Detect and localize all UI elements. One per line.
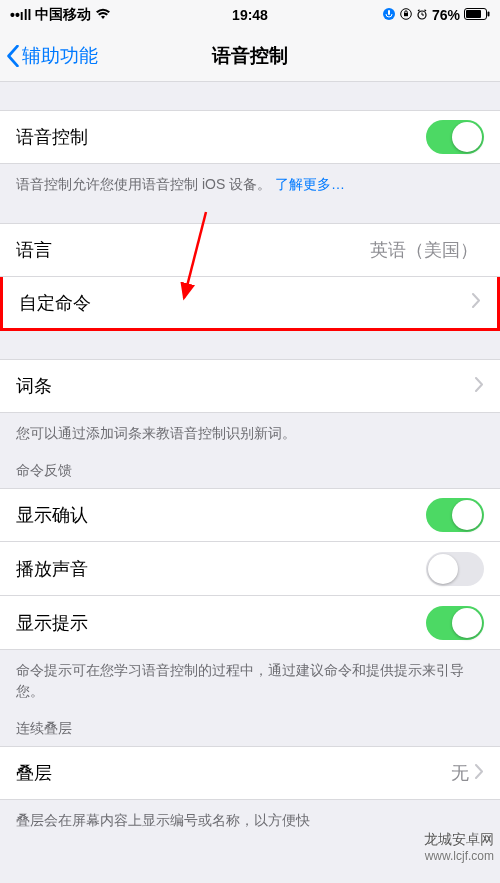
- battery-icon: [464, 7, 490, 23]
- learn-more-link[interactable]: 了解更多…: [275, 176, 345, 192]
- alarm-icon: [416, 7, 428, 23]
- svg-rect-10: [466, 10, 481, 18]
- svg-line-7: [418, 10, 420, 11]
- feedback-header: 命令反馈: [0, 444, 500, 488]
- status-bar: ••ıll 中国移动 19:48 76%: [0, 0, 500, 30]
- svg-line-8: [424, 10, 426, 11]
- wifi-icon: [95, 7, 111, 23]
- svg-rect-1: [388, 10, 390, 15]
- show-hints-label: 显示提示: [16, 611, 88, 635]
- vocabulary-label: 词条: [16, 374, 52, 398]
- clock: 19:48: [232, 7, 268, 23]
- show-confirm-label: 显示确认: [16, 503, 88, 527]
- watermark: 龙城安卓网 www.lcjf.com: [424, 831, 494, 863]
- overlay-header: 连续叠层: [0, 702, 500, 746]
- show-confirm-row: 显示确认: [0, 488, 500, 542]
- show-hints-switch[interactable]: [426, 606, 484, 640]
- watermark-line2: www.lcjf.com: [424, 849, 494, 863]
- mic-icon: [382, 7, 396, 24]
- voice-control-switch[interactable]: [426, 120, 484, 154]
- feedback-footer: 命令提示可在您学习语音控制的过程中，通过建议命令和提供提示来引导您。: [0, 650, 500, 702]
- show-confirm-switch[interactable]: [426, 498, 484, 532]
- svg-rect-3: [404, 13, 408, 16]
- back-button[interactable]: 辅助功能: [0, 43, 98, 69]
- play-sound-row: 播放声音: [0, 542, 500, 596]
- watermark-line1: 龙城安卓网: [424, 831, 494, 849]
- voice-control-label: 语音控制: [16, 125, 88, 149]
- chevron-right-icon: [475, 763, 484, 784]
- vocabulary-footer: 您可以通过添加词条来教语音控制识别新词。: [0, 413, 500, 444]
- signal-icon: ••ıll: [10, 7, 31, 23]
- vocabulary-row[interactable]: 词条: [0, 359, 500, 413]
- play-sound-label: 播放声音: [16, 557, 88, 581]
- voice-control-row: 语音控制: [0, 110, 500, 164]
- language-row[interactable]: 语言 英语（美国）: [0, 223, 500, 277]
- custom-commands-label: 自定命令: [19, 291, 91, 315]
- chevron-right-icon: [472, 292, 481, 313]
- voice-control-footer: 语音控制允许您使用语音控制 iOS 设备。 了解更多…: [0, 164, 500, 195]
- battery-pct: 76%: [432, 7, 460, 23]
- carrier-label: 中国移动: [35, 6, 91, 24]
- chevron-right-icon: [475, 376, 484, 397]
- overlay-footer: 叠层会在屏幕内容上显示编号或名称，以方便快: [0, 800, 500, 831]
- show-hints-row: 显示提示: [0, 596, 500, 650]
- lock-icon: [400, 7, 412, 23]
- play-sound-switch[interactable]: [426, 552, 484, 586]
- back-label: 辅助功能: [22, 43, 98, 69]
- nav-bar: 辅助功能 语音控制: [0, 30, 500, 82]
- language-label: 语言: [16, 238, 52, 262]
- overlay-value: 无: [451, 761, 469, 785]
- overlay-label: 叠层: [16, 761, 52, 785]
- custom-commands-row[interactable]: 自定命令: [0, 277, 500, 331]
- page-title: 语音控制: [212, 43, 288, 69]
- language-value: 英语（美国）: [370, 238, 478, 262]
- svg-rect-11: [488, 12, 490, 17]
- overlay-row[interactable]: 叠层 无: [0, 746, 500, 800]
- chevron-left-icon: [6, 45, 20, 67]
